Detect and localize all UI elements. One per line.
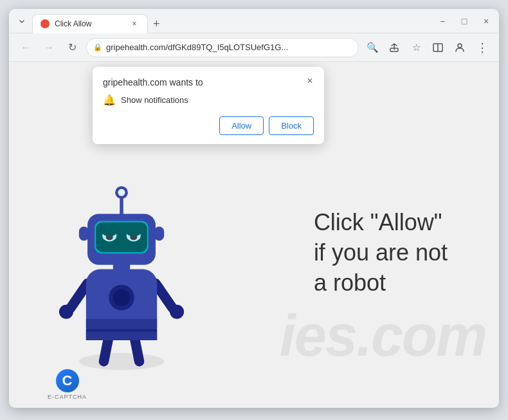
notification-popup: gripehealth.com wants to × 🔔 Show notifi… <box>93 67 324 144</box>
captcha-logo: C E-CAPTCHA <box>48 369 87 400</box>
title-bar: Click Allow × + − □ × <box>9 9 499 33</box>
more-options-button[interactable]: ⋮ <box>473 39 491 57</box>
main-text-line2: if you are not <box>314 238 448 268</box>
svg-rect-30 <box>79 226 89 241</box>
profile-button[interactable] <box>451 39 468 56</box>
tab-close-button[interactable]: × <box>129 19 140 29</box>
maximize-button[interactable]: □ <box>457 14 472 29</box>
popup-notification-row: 🔔 Show notifications <box>103 94 314 106</box>
back-button[interactable]: ← <box>17 39 35 57</box>
svg-point-26 <box>130 234 137 240</box>
bell-icon: 🔔 <box>103 94 116 106</box>
svg-point-3 <box>458 44 462 48</box>
svg-line-9 <box>104 336 109 361</box>
new-tab-button[interactable]: + <box>148 14 165 33</box>
url-text: gripehealth.com/dfGKd89TQ_I5qLOTSUefG1G.… <box>106 42 352 52</box>
main-text-line1: Click "Allow" <box>314 208 448 238</box>
expand-btn[interactable] <box>14 14 30 29</box>
block-button[interactable]: Block <box>269 116 314 135</box>
reload-button[interactable]: ↻ <box>63 39 81 57</box>
close-button[interactable]: × <box>478 14 494 29</box>
tabs-area: Click Allow × + <box>32 9 435 33</box>
popup-buttons: Allow Block <box>103 116 314 135</box>
bookmark-button[interactable]: ☆ <box>408 39 424 56</box>
url-bar[interactable]: 🔒 gripehealth.com/dfGKd89TQ_I5qLOTSUefG1… <box>86 38 359 57</box>
share-button[interactable] <box>386 39 403 56</box>
address-bar: ← → ↻ 🔒 gripehealth.com/dfGKd89TQ_I5qLOT… <box>9 33 499 62</box>
tab-favicon <box>41 19 50 28</box>
captcha-icon: C <box>56 369 79 392</box>
svg-point-8 <box>170 305 184 319</box>
forward-button[interactable]: → <box>40 39 58 57</box>
search-button[interactable]: 🔍 <box>364 39 381 56</box>
svg-point-4 <box>79 353 164 370</box>
main-text-line3: a robot <box>314 268 448 298</box>
main-text: Click "Allow" if you are not a robot <box>314 208 448 298</box>
notification-text: Show notifications <box>121 95 188 105</box>
svg-rect-14 <box>86 332 157 340</box>
svg-point-29 <box>118 189 125 196</box>
popup-close-button[interactable]: × <box>302 73 318 89</box>
svg-rect-31 <box>154 226 164 241</box>
svg-point-25 <box>106 234 113 240</box>
active-tab[interactable]: Click Allow × <box>32 14 148 33</box>
tab-title: Click Allow <box>55 19 124 28</box>
browser-window: Click Allow × + − □ × ← → ↻ 🔒 gripehealt… <box>9 9 499 408</box>
window-controls: − □ × <box>435 14 494 29</box>
svg-line-10 <box>134 336 140 361</box>
svg-line-7 <box>156 284 172 309</box>
svg-line-5 <box>71 284 87 309</box>
watermark-text: ies.com <box>280 303 486 369</box>
robot-illustration <box>41 170 202 376</box>
popup-title: gripehealth.com wants to <box>103 77 314 87</box>
lock-icon: 🔒 <box>93 43 102 51</box>
svg-point-6 <box>59 305 73 319</box>
page-content: ies.com <box>9 62 499 408</box>
split-button[interactable] <box>430 39 446 56</box>
svg-point-16 <box>113 289 130 306</box>
allow-button[interactable]: Allow <box>219 116 264 135</box>
captcha-label: E-CAPTCHA <box>48 394 87 400</box>
minimize-button[interactable]: − <box>435 14 450 29</box>
